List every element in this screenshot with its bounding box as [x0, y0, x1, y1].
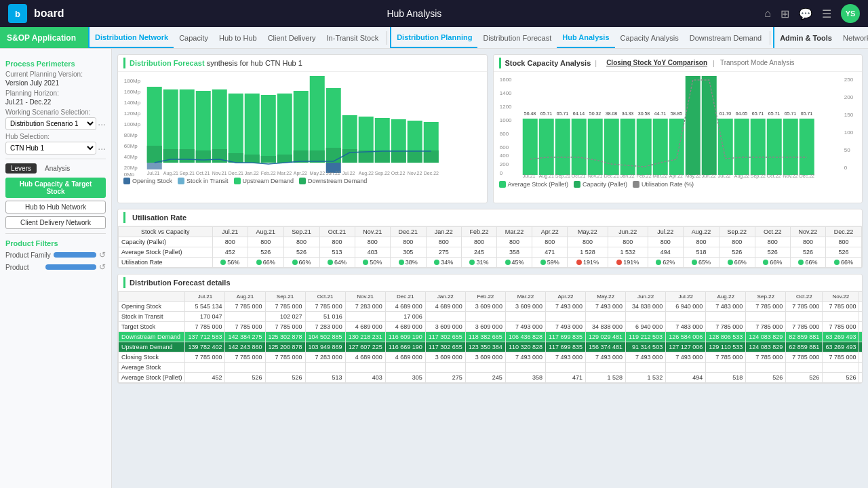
- util-capacity-label: Capacity (Pallet): [119, 237, 213, 247]
- stock-legend: Average Stock (Pallet) Capacity (Pallet)…: [496, 180, 860, 189]
- svg-text:34.33: 34.33: [621, 111, 633, 116]
- svg-rect-92: [701, 76, 716, 175]
- svg-text:60Mp: 60Mp: [124, 143, 138, 149]
- svg-text:80Mp: 80Mp: [124, 132, 138, 138]
- svg-text:1200: 1200: [499, 104, 511, 110]
- tab-closing-stock[interactable]: Closing Stock YoY Comparison: [606, 59, 707, 67]
- svg-text:0Mp: 0Mp: [124, 171, 135, 176]
- svg-rect-34: [326, 148, 341, 163]
- util-avg-stock-label: Average Stock (Pallet): [119, 247, 213, 258]
- nav-downstream-demand[interactable]: Downstream Demand: [684, 27, 767, 48]
- legend-downstream: Downstream Demand: [299, 178, 367, 184]
- svg-text:Aug.21: Aug.21: [163, 171, 178, 176]
- details-row-stock-transit: Stock in Transit 170 047102 02751 016 17…: [119, 312, 863, 322]
- sidebar-hub-selection-menu[interactable]: ···: [98, 143, 106, 154]
- svg-text:191.48: 191.48: [698, 75, 713, 75]
- svg-text:Nov.21: Nov.21: [212, 171, 227, 176]
- topbar-icons: ⌂ ⊞ 💬 ☰ YS: [764, 4, 860, 23]
- svg-rect-85: [587, 119, 602, 175]
- sidebar-version: Version July 2021: [5, 79, 106, 87]
- svg-rect-25: [261, 95, 276, 163]
- svg-text:50.32: 50.32: [589, 111, 601, 116]
- tab-transport-mode[interactable]: Transport Mode Analysis: [720, 59, 795, 67]
- svg-text:Dec.21: Dec.21: [604, 174, 618, 178]
- nav-capacity-analysis[interactable]: Capacity Analysis: [615, 27, 684, 48]
- tab-levers[interactable]: Levers: [5, 163, 37, 174]
- btn-hub-to-hub[interactable]: Hub to Hub Network: [5, 201, 106, 214]
- legend-utilisation-rate: Utilisation Rate (%): [633, 181, 694, 188]
- svg-text:400: 400: [499, 152, 509, 159]
- util-col-mar22: Mar.22: [497, 227, 532, 237]
- svg-rect-41: [375, 150, 390, 163]
- details-row-avg-stock: Average Stock: [119, 363, 863, 373]
- util-col-dec21: Dec.21: [390, 227, 426, 237]
- legend-stock-transit: Stock in Transit: [178, 178, 229, 184]
- nav-hub-analysis[interactable]: Hub Analysis: [557, 27, 614, 48]
- nav-capacity[interactable]: Capacity: [174, 27, 214, 48]
- util-row-rate: Utilisation Rate 56% 66% 66% 64% 50% 38%…: [119, 258, 862, 268]
- nav-hub-to-hub[interactable]: Hub to Hub: [214, 27, 262, 48]
- utilisation-table-container: Stock vs Capacity Jul.21 Aug.21 Sep.21 O…: [118, 226, 862, 268]
- details-row-closing-stock: Closing Stock 7 785 0007 785 0007 785 00…: [119, 352, 863, 363]
- nav-client-delivery[interactable]: Client Delivery: [262, 27, 321, 48]
- svg-text:Dec.21: Dec.21: [229, 171, 243, 176]
- svg-text:38.08: 38.08: [605, 111, 617, 116]
- sidebar-working-scenario-menu[interactable]: ···: [98, 119, 106, 129]
- sidebar-planning-horizon-label: Planning Horizon:: [5, 89, 106, 97]
- details-title: Distribution Forecast details: [130, 279, 231, 287]
- svg-rect-94: [734, 119, 749, 175]
- legend-avg-stock-pallet: Average Stock (Pallet): [499, 181, 568, 188]
- svg-text:44.71: 44.71: [654, 111, 666, 116]
- sidebar-working-scenario-select[interactable]: Distribution Scenario 1: [5, 117, 96, 130]
- grid-icon[interactable]: ⊞: [781, 7, 789, 20]
- util-col-may22: May.22: [568, 227, 608, 237]
- nav-in-transit-stock[interactable]: In-Transit Stock: [321, 27, 384, 48]
- svg-text:0: 0: [499, 170, 502, 176]
- details-col-label: [119, 292, 185, 302]
- product-family-filter-reset[interactable]: ↺: [99, 250, 106, 260]
- svg-rect-89: [652, 119, 667, 175]
- details-row-avg-stock-pallet: Average Stock (Pallet) 452526526513 4033…: [119, 373, 863, 383]
- product-family-filter-bar[interactable]: [54, 252, 96, 258]
- svg-text:50: 50: [844, 147, 850, 153]
- svg-text:1000: 1000: [499, 117, 511, 123]
- details-section: Distribution Forecast details Jul.21Aug.…: [117, 274, 863, 384]
- nav-distribution-forecast[interactable]: Distribution Forecast: [477, 27, 557, 48]
- util-col-nov21: Nov.21: [355, 227, 390, 237]
- sidebar-planning-version-label: Current Planning Version:: [5, 70, 106, 78]
- svg-text:30.58: 30.58: [637, 111, 650, 116]
- top-charts-row: Distribution Forecast synthesis for hub …: [117, 54, 863, 203]
- home-icon[interactable]: ⌂: [764, 7, 771, 20]
- sidebar-hub-selection-label: Hub Selection:: [5, 133, 106, 140]
- chat-icon[interactable]: 💬: [799, 7, 812, 20]
- product-filter-bar[interactable]: [45, 264, 96, 270]
- util-col-aug21: Aug.21: [248, 227, 283, 237]
- nav-admin-tools[interactable]: Admin & Tools: [773, 27, 837, 48]
- nav-distribution-network[interactable]: Distribution Network: [88, 27, 174, 48]
- svg-text:58.85: 58.85: [670, 111, 682, 116]
- svg-rect-93: [717, 119, 732, 175]
- util-col-label: Stock vs Capacity: [119, 227, 213, 237]
- nav-distribution-planning[interactable]: Distribution Planning: [390, 27, 477, 48]
- tab-analysis[interactable]: Analysis: [39, 163, 75, 174]
- avatar[interactable]: YS: [841, 4, 860, 23]
- svg-text:Mar.22: Mar.22: [277, 171, 292, 176]
- svg-text:65.71: 65.71: [556, 111, 568, 116]
- sidebar-hub-selection-select[interactable]: CTN Hub 1: [5, 142, 96, 155]
- util-col-oct21: Oct.21: [319, 227, 355, 237]
- svg-text:Mar.22: Mar.22: [652, 174, 667, 178]
- svg-text:Sep.22: Sep.22: [375, 171, 390, 176]
- stock-chart-area: 1600 1400 1200 1000 800 600 400 200 0 25…: [494, 72, 863, 201]
- btn-hub-capacity[interactable]: Hub Capacity & Target Stock: [5, 178, 106, 198]
- svg-text:56.48: 56.48: [524, 111, 536, 116]
- svg-rect-82: [538, 119, 553, 175]
- nav-network-standards[interactable]: Network Standards: [837, 27, 868, 48]
- stock-chart-svg: 1600 1400 1200 1000 800 600 400 200 0 25…: [496, 75, 860, 180]
- btn-client-delivery[interactable]: Client Delivery Network: [5, 216, 106, 229]
- details-table-container: Jul.21Aug.21Sep.21Oct.21 Nov.21Dec.21Jan…: [118, 291, 862, 383]
- menu-icon[interactable]: ☰: [822, 7, 831, 20]
- svg-rect-18: [196, 150, 211, 163]
- product-filter-reset[interactable]: ↺: [99, 262, 106, 272]
- sidebar-hub-selection-row: CTN Hub 1 ···: [5, 142, 106, 155]
- svg-rect-43: [391, 150, 406, 163]
